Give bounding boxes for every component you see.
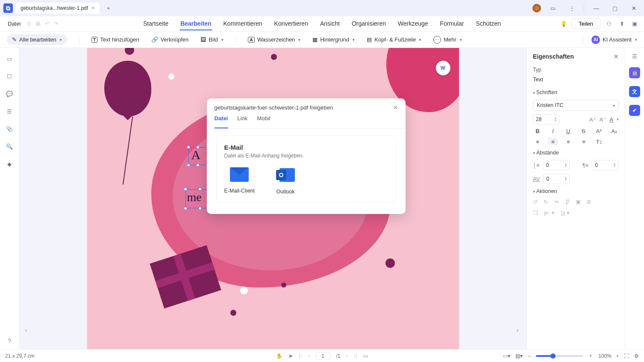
word-export-icon[interactable]: W: [436, 61, 450, 75]
tab-formular[interactable]: Formular: [439, 18, 465, 30]
check-icon[interactable]: ✔: [629, 105, 640, 116]
bookmark-icon[interactable]: ☐: [7, 73, 12, 80]
open-icon[interactable]: ⎘: [27, 21, 31, 27]
hints-icon[interactable]: 💡: [560, 21, 567, 27]
tool-image[interactable]: 🖼 Bild▾: [200, 36, 223, 43]
rotate-cw-icon[interactable]: ↻: [544, 199, 548, 205]
share-option-outlook[interactable]: O Outlook: [276, 167, 295, 195]
close-dialog-icon[interactable]: ✕: [393, 104, 398, 111]
collapse-right-icon[interactable]: ›: [517, 327, 525, 335]
share-tab-datei[interactable]: Datei: [215, 115, 228, 124]
tab-startseite[interactable]: Startseite: [142, 18, 169, 30]
layers-icon[interactable]: ☰: [7, 108, 12, 115]
collapse-left-icon[interactable]: ‹: [25, 327, 34, 335]
prev-page-icon[interactable]: ‹: [308, 353, 309, 359]
thumbnail-icon[interactable]: ▭: [7, 56, 12, 62]
last-page-icon[interactable]: ›|: [354, 353, 357, 359]
distribute-icon[interactable]: ||| ▾: [561, 210, 570, 216]
first-page-icon[interactable]: |‹: [299, 353, 302, 359]
align-left-icon[interactable]: ≡: [533, 138, 542, 145]
close-tab-icon[interactable]: ×: [91, 5, 94, 11]
undo-icon[interactable]: ↶: [45, 21, 50, 27]
share-tab-link[interactable]: Link: [237, 115, 247, 124]
translate-icon[interactable]: 文: [629, 86, 640, 97]
char-spacing-input[interactable]: 0▴▾: [543, 174, 570, 184]
flip-horizontal-icon[interactable]: ⇋: [554, 199, 559, 205]
ai-chat-icon[interactable]: 🤖: [629, 67, 640, 78]
zoom-out-icon[interactable]: −: [528, 353, 531, 359]
tool-edit-all[interactable]: ✎ Alle bearbeiten▾: [7, 34, 67, 45]
text-selection[interactable]: A: [188, 147, 208, 165]
bold-icon[interactable]: B: [533, 128, 542, 134]
stack-icon[interactable]: ◆: [7, 161, 12, 167]
font-size-input[interactable]: 28▴▾: [533, 114, 559, 125]
attachment-icon[interactable]: 📎: [6, 126, 13, 132]
zoom-value[interactable]: 100%: [598, 353, 612, 359]
redo-icon[interactable]: ↷: [54, 21, 59, 27]
paragraph-spacing-input[interactable]: 0▴▾: [592, 160, 618, 170]
document-tab[interactable]: geburtstagska...hwester-1.pdf ×: [15, 3, 100, 14]
view-mode-icon[interactable]: ▤▾: [515, 353, 523, 359]
tool-background[interactable]: ▦ Hintergrund▾: [312, 36, 355, 43]
page-number-input[interactable]: 1: [315, 352, 330, 360]
canvas[interactable]: ‹ A me: [19, 48, 526, 349]
reading-mode-icon[interactable]: ▭: [363, 353, 368, 359]
cloud-upload-icon[interactable]: ⬆: [618, 20, 626, 28]
share-tab-mobil[interactable]: Mobil: [257, 115, 270, 124]
flip-vertical-icon[interactable]: ⇵: [565, 199, 570, 205]
minimize-button[interactable]: —: [589, 2, 603, 14]
superscript-icon[interactable]: A²: [594, 128, 603, 134]
comment-icon[interactable]: 💬: [6, 91, 13, 97]
zoom-slider[interactable]: [536, 355, 583, 357]
share-button[interactable]: Teilen: [571, 18, 600, 29]
rotate-ccw-icon[interactable]: ↺: [533, 199, 538, 205]
tab-ansicht[interactable]: Ansicht: [319, 18, 341, 30]
panel-toggle-icon[interactable]: ▣: [630, 20, 639, 28]
strikethrough-icon[interactable]: S: [579, 128, 588, 134]
subscript-icon[interactable]: A₂: [609, 128, 619, 134]
zoom-in-icon[interactable]: ＋: [588, 352, 593, 359]
hand-tool-icon[interactable]: ✋: [276, 353, 282, 359]
tool-link[interactable]: 🔗 Verknüpfen: [151, 36, 189, 43]
share-option-email-client[interactable]: E-Mail-Client: [224, 167, 255, 195]
tab-kommentieren[interactable]: Kommentieren: [223, 18, 263, 30]
crop-icon[interactable]: ▣: [576, 199, 581, 205]
sliders-icon[interactable]: ☰: [632, 53, 637, 59]
pdf-page[interactable]: A me W geburtstagskarte-fuer-schwester-1…: [87, 48, 459, 349]
file-menu[interactable]: Datei: [5, 19, 23, 29]
settings-icon[interactable]: ⚙: [634, 353, 639, 359]
fullscreen-icon[interactable]: ⛶: [624, 353, 629, 359]
close-panel-icon[interactable]: ✕: [614, 53, 619, 60]
text-direction-icon[interactable]: T↕: [594, 138, 604, 145]
next-page-icon[interactable]: ›: [347, 353, 348, 359]
spacing-section-header[interactable]: Abstände: [533, 150, 619, 156]
tab-organisieren[interactable]: Organisieren: [351, 18, 387, 30]
chat-icon[interactable]: ▭: [546, 2, 560, 14]
align-center-icon[interactable]: ≡: [548, 138, 558, 145]
actions-section-header[interactable]: Aktionen: [533, 188, 619, 194]
maximize-button[interactable]: ▢: [608, 2, 622, 14]
tool-more[interactable]: ⋯ Mehr▾: [433, 36, 462, 44]
fit-page-icon[interactable]: ▭▾: [503, 353, 510, 359]
help-icon[interactable]: ?: [8, 338, 11, 344]
align-justify-icon[interactable]: ≡: [579, 138, 588, 145]
close-window-button[interactable]: ✕: [627, 2, 641, 14]
line-spacing-input[interactable]: 0▴▾: [543, 160, 570, 170]
increase-font-icon[interactable]: A⁺: [589, 116, 596, 123]
print-icon[interactable]: 🖶: [35, 21, 41, 27]
tab-konvertieren[interactable]: Konvertieren: [273, 18, 309, 30]
tab-schuetzen[interactable]: Schützen: [475, 18, 502, 30]
tab-bearbeiten[interactable]: Bearbeiten: [179, 18, 212, 30]
tree-icon[interactable]: ⚇: [605, 20, 613, 28]
align-right-icon[interactable]: ≡: [564, 138, 573, 145]
tool-add-text[interactable]: T Text hinzufügen: [91, 36, 139, 43]
tab-werkzeuge[interactable]: Werkzeuge: [397, 18, 429, 30]
kebab-menu-icon[interactable]: ⋮: [565, 2, 579, 14]
decrease-font-icon[interactable]: A⁻: [600, 116, 606, 123]
copy-icon[interactable]: ❐: [533, 210, 538, 216]
extract-icon[interactable]: ⧉: [587, 199, 591, 205]
fonts-section-header[interactable]: Schriften: [533, 89, 619, 95]
underline-icon[interactable]: U: [564, 128, 573, 134]
italic-icon[interactable]: I: [548, 128, 558, 134]
align-left-obj-icon[interactable]: |⇤ ▾: [544, 210, 555, 216]
